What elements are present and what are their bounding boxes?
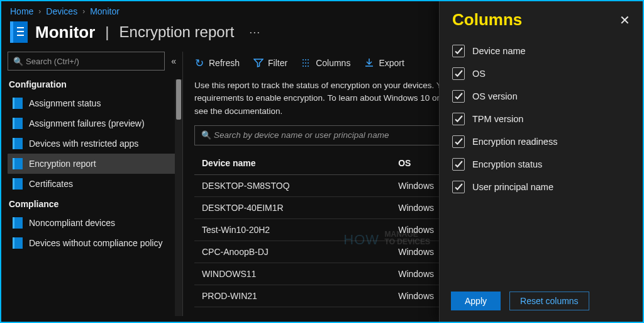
sidebar: 🔍 « Configuration Assignment status Assi… [1,52,182,316]
doc-icon [13,158,23,169]
sidebar-item-label: Assignment status [29,98,101,108]
column-option[interactable]: OS version [448,85,634,108]
filter-label: Filter [268,58,287,68]
doc-icon [13,178,23,190]
columns-button[interactable]: Columns [301,58,350,68]
export-label: Export [379,58,404,68]
column-option-label: OS [472,69,486,79]
sidebar-item-label: Encryption report [29,159,96,169]
scroll-thumb[interactable] [176,79,181,120]
doc-icon [13,118,23,129]
cell-device: CPC-AnoopB-DJ [194,241,391,263]
apply-button[interactable]: Apply [451,292,501,310]
checkbox-icon[interactable] [452,181,465,193]
page-subtitle: Encryption report [119,23,235,41]
reset-columns-button[interactable]: Reset columns [509,292,589,310]
sidebar-item-label: Assignment failures (preview) [29,118,145,128]
doc-icon [13,98,23,109]
cell-device: DESKTOP-40EIM1R [194,196,391,218]
search-icon: 🔍 [201,130,211,140]
columns-panel: Columns ✕ Device nameOSOS versionTPM ver… [439,1,643,322]
cell-device: Test-Win10-20H2 [194,218,391,241]
sidebar-item-label: Devices with restricted apps [29,139,138,149]
sidebar-item-certificates[interactable]: Certificates [8,174,176,194]
cell-device: WINDOWS11 [194,263,391,285]
columns-icon [301,58,311,68]
sidebar-scrollbar[interactable] [175,79,182,316]
column-option[interactable]: Encryption status [448,153,634,176]
chevron-right-icon: › [82,7,85,16]
checkbox-icon[interactable] [452,135,465,148]
sidebar-item-assignment-status[interactable]: Assignment status [8,93,176,113]
refresh-icon: ↻ [194,58,204,68]
filter-icon [253,58,264,68]
sidebar-item-restricted-apps[interactable]: Devices with restricted apps [8,133,176,154]
column-option-label: User principal name [472,182,553,192]
column-option-label: OS version [472,91,518,101]
more-actions-icon[interactable]: ··· [249,26,260,39]
cell-device: DESKTOP-SM8STOQ [194,174,391,196]
section-configuration: Configuration [9,79,175,89]
devices-crumb[interactable]: Devices [46,6,77,16]
refresh-label: Refresh [209,58,240,68]
columns-panel-title: Columns [452,10,522,30]
sidebar-item-assignment-failures[interactable]: Assignment failures (preview) [8,113,176,133]
export-button[interactable]: Export [364,58,404,68]
export-icon [364,58,374,68]
sidebar-search[interactable]: 🔍 [8,52,165,71]
sidebar-item-label: Devices without compliance policy [29,238,162,248]
doc-icon [13,138,23,149]
column-option-label: Encryption readiness [472,137,557,147]
chevron-right-icon: › [38,7,41,16]
page-title: Monitor [35,23,95,42]
column-option[interactable]: TPM version [448,108,634,130]
column-option-label: Device name [472,46,526,56]
column-option[interactable]: Device name [448,40,634,62]
sidebar-item-without-policy[interactable]: Devices without compliance policy [8,233,176,253]
search-icon: 🔍 [13,57,23,66]
checkbox-icon[interactable] [452,113,465,125]
sidebar-search-input[interactable] [26,57,159,66]
checkbox-icon[interactable] [452,67,465,80]
checkbox-icon[interactable] [452,45,465,57]
title-separator: | [105,23,109,41]
doc-icon [13,217,23,229]
sidebar-item-encryption-report[interactable]: Encryption report [8,154,176,174]
checkbox-icon[interactable] [452,90,465,103]
monitor-crumb[interactable]: Monitor [90,6,119,16]
close-icon[interactable]: ✕ [619,13,630,28]
column-option[interactable]: Encryption readiness [448,130,634,153]
monitor-icon [10,21,28,43]
sidebar-item-label: Certificates [29,179,73,189]
col-device[interactable]: Device name [194,152,391,175]
collapse-sidebar-icon[interactable]: « [171,56,176,66]
home-crumb[interactable]: Home [10,6,33,16]
refresh-button[interactable]: ↻ Refresh [194,58,240,68]
filter-button[interactable]: Filter [253,58,287,68]
column-option[interactable]: User principal name [448,176,634,198]
sidebar-item-label: Noncompliant devices [29,218,115,228]
column-option-label: Encryption status [472,159,542,169]
cell-device: PROD-WIN21 [194,285,391,307]
section-compliance: Compliance [9,199,175,209]
column-option[interactable]: OS [448,62,634,85]
columns-label: Columns [316,58,350,68]
doc-icon [13,237,23,249]
checkbox-icon[interactable] [452,158,465,171]
sidebar-item-noncompliant[interactable]: Noncompliant devices [8,213,176,233]
column-option-label: TPM version [472,114,523,124]
